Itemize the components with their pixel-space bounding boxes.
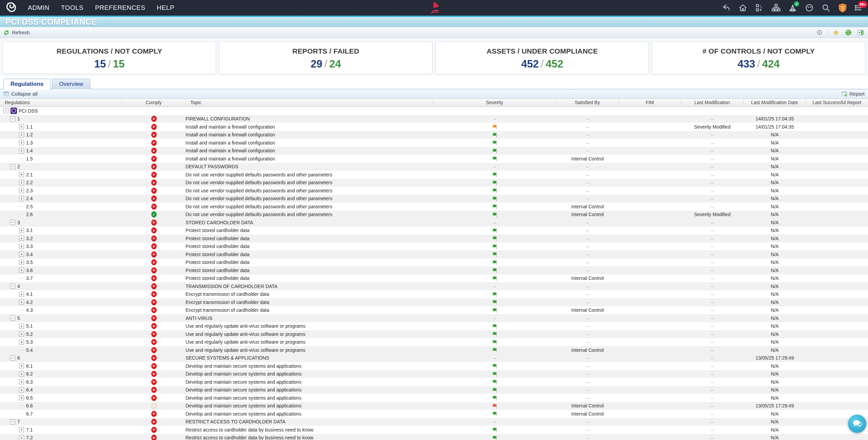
- expand-toggle[interactable]: +: [19, 172, 24, 177]
- column-header-comply[interactable]: Comply: [122, 99, 186, 107]
- table-row[interactable]: 5.4✕Use and regularly update anti-virus …: [0, 346, 868, 354]
- menu-preferences[interactable]: PREFERENCES: [95, 4, 145, 12]
- alerts-cone-icon[interactable]: ✓: [787, 2, 798, 13]
- table-row[interactable]: 6.7✕Develop and maintain secure systems …: [0, 410, 868, 418]
- table-row[interactable]: +1.4✕Install and maintain a firewall con…: [0, 147, 868, 155]
- expand-toggle[interactable]: +: [19, 331, 24, 337]
- expand-toggle[interactable]: +: [19, 292, 24, 297]
- table-row[interactable]: +7.2✕Restrict access to cardholder data …: [0, 434, 868, 440]
- table-row[interactable]: +3.5✕Protect stored cardholder data––N/A: [0, 259, 868, 267]
- favorite-star-icon[interactable]: ★: [832, 28, 840, 37]
- expand-toggle[interactable]: +: [19, 387, 24, 393]
- expand-toggle[interactable]: +: [19, 228, 24, 233]
- table-row[interactable]: 2.5✕Do not use vendor-supplied defaults …: [0, 203, 868, 211]
- globe-refresh-icon[interactable]: [844, 28, 852, 37]
- table-row[interactable]: +6.1✕Develop and maintain secure systems…: [0, 362, 868, 370]
- expand-toggle[interactable]: +: [19, 435, 24, 440]
- collapse-toggle[interactable]: −: [10, 220, 15, 225]
- menu-help[interactable]: HELP: [157, 4, 174, 12]
- table-row[interactable]: 4.3✕Encrypt transmission of cardholder d…: [0, 306, 868, 314]
- column-header-last-modification-date[interactable]: Last Modification Date: [744, 99, 806, 107]
- expand-toggle[interactable]: +: [19, 395, 24, 400]
- table-row[interactable]: 3.7✕Protect stored cardholder dataIntern…: [0, 274, 868, 283]
- workflow-icon[interactable]: [754, 2, 765, 13]
- expand-toggle[interactable]: +: [19, 132, 24, 137]
- table-row[interactable]: +5.2✕Use and regularly update anti-virus…: [0, 330, 868, 338]
- expand-toggle[interactable]: +: [19, 363, 24, 368]
- expand-toggle[interactable]: +: [19, 427, 24, 432]
- card-regulations[interactable]: REGULATIONS / NOT COMPLY 15/15: [3, 41, 216, 74]
- table-row[interactable]: −5✕ANTI-VIRUS–––N/A: [0, 314, 868, 322]
- expand-toggle[interactable]: +: [19, 324, 24, 329]
- table-row[interactable]: −PCI DSS: [0, 107, 868, 115]
- column-header-last-modification[interactable]: Last Modification: [681, 99, 744, 107]
- table-row[interactable]: −2✕DEFAULT PASSWORDS–––N/A: [0, 163, 868, 171]
- table-row[interactable]: +5.1✕Use and regularly update anti-virus…: [0, 322, 868, 330]
- expand-toggle[interactable]: +: [19, 188, 24, 193]
- refresh-button[interactable]: Refresh: [3, 30, 30, 36]
- expand-toggle[interactable]: +: [19, 140, 24, 145]
- card-reports[interactable]: REPORTS / FAILED 29/24: [219, 41, 432, 74]
- collapse-toggle[interactable]: −: [10, 116, 15, 121]
- search-icon[interactable]: [821, 2, 831, 13]
- back-icon[interactable]: [721, 2, 732, 13]
- expand-toggle[interactable]: +: [19, 196, 24, 201]
- table-row[interactable]: +3.1✕Protect stored cardholder data––N/A: [0, 227, 868, 235]
- expand-toggle[interactable]: +: [19, 379, 24, 384]
- table-row[interactable]: +4.2✕Encrypt transmission of cardholder …: [0, 298, 868, 306]
- card-controls[interactable]: # OF CONTROLS / NOT COMPLY 433/424: [652, 41, 865, 74]
- card-assets[interactable]: ASSETS / UNDER COMPLIANCE 452/452: [436, 41, 649, 74]
- column-header-last-successful-report[interactable]: Last Successful Report: [806, 99, 868, 107]
- table-row[interactable]: +2.2✕Do not use vendor-supplied defaults…: [0, 179, 868, 187]
- collapse-toggle[interactable]: −: [10, 284, 15, 289]
- table-row[interactable]: −6✕SECURE SYSTEMS & APPLICATIONS–––13/05…: [0, 354, 868, 362]
- table-row[interactable]: +6.3✕Develop and maintain secure systems…: [0, 378, 868, 386]
- expand-toggle[interactable]: +: [19, 260, 24, 265]
- table-row[interactable]: +2.3✕Do not use vendor-supplied defaults…: [0, 187, 868, 195]
- column-header-satisfied-by[interactable]: Satisfied By: [556, 99, 619, 107]
- collapse-toggle[interactable]: −: [10, 356, 15, 361]
- table-row[interactable]: +7.1✕Restrict access to cardholder data …: [0, 426, 868, 434]
- report-button[interactable]: Report: [842, 91, 865, 97]
- table-row[interactable]: −7✕RESTRICT ACCESS TO CARDHOLDER DATA–––…: [0, 418, 868, 426]
- expand-toggle[interactable]: +: [19, 268, 24, 273]
- table-row[interactable]: +6.4✕Develop and maintain secure systems…: [0, 386, 868, 394]
- column-header-fim[interactable]: FIM: [619, 99, 681, 107]
- notifications-icon[interactable]: 99+: [854, 2, 865, 13]
- column-header-topic[interactable]: Topic: [186, 99, 433, 107]
- menu-admin[interactable]: ADMIN: [28, 4, 50, 12]
- table-row[interactable]: +2.1✕Do not use vendor-supplied defaults…: [0, 171, 868, 179]
- expand-toggle[interactable]: +: [19, 300, 24, 305]
- tab-overview[interactable]: Overview: [52, 79, 90, 89]
- collapse-toggle[interactable]: −: [10, 419, 15, 424]
- expand-toggle[interactable]: +: [19, 180, 24, 185]
- status-face-icon[interactable]: [804, 2, 815, 13]
- chat-button[interactable]: [848, 415, 866, 433]
- expand-panel-icon[interactable]: [856, 28, 865, 37]
- collapse-toggle[interactable]: −: [3, 108, 8, 113]
- table-row[interactable]: −1✕FIREWALL CONFIGURATION–––14/01/25 17:…: [0, 115, 868, 123]
- table-row[interactable]: +6.2✕Develop and maintain secure systems…: [0, 370, 868, 378]
- table-row[interactable]: +1.1✕Install and maintain a firewall con…: [0, 123, 868, 131]
- collapse-all-button[interactable]: Collapse all: [3, 91, 38, 97]
- collapse-toggle[interactable]: −: [10, 315, 15, 321]
- column-header-regulations[interactable]: Regulations: [0, 99, 122, 107]
- table-row[interactable]: 1.5✕Install and maintain a firewall conf…: [0, 155, 868, 163]
- table-row[interactable]: −3✕STORED CARDHOLDER DATA–––N/A: [0, 218, 868, 227]
- expand-toggle[interactable]: +: [19, 252, 24, 257]
- expand-toggle[interactable]: +: [19, 371, 24, 377]
- menu-tools[interactable]: TOOLS: [61, 4, 84, 12]
- table-row[interactable]: +3.2✕Protect stored cardholder data––N/A: [0, 234, 868, 243]
- table-row[interactable]: +3.6✕Protect stored cardholder data––N/A: [0, 266, 868, 274]
- settings-gear-icon[interactable]: ⚙: [815, 28, 824, 37]
- expand-toggle[interactable]: +: [19, 244, 24, 249]
- table-row[interactable]: +1.3✕Install and maintain a firewall con…: [0, 139, 868, 147]
- table-row[interactable]: +5.3✕Use and regularly update anti-virus…: [0, 338, 868, 346]
- table-row[interactable]: +3.3✕Protect stored cardholder data––N/A: [0, 243, 868, 251]
- table-row[interactable]: +1.2✕Install and maintain a firewall con…: [0, 131, 868, 139]
- column-header-severity[interactable]: Severity: [433, 99, 556, 107]
- shield-badge-icon[interactable]: [837, 2, 848, 13]
- table-row[interactable]: +2.4✕Do not use vendor-supplied defaults…: [0, 195, 868, 203]
- collapse-toggle[interactable]: −: [10, 164, 15, 169]
- home-icon[interactable]: [737, 2, 748, 13]
